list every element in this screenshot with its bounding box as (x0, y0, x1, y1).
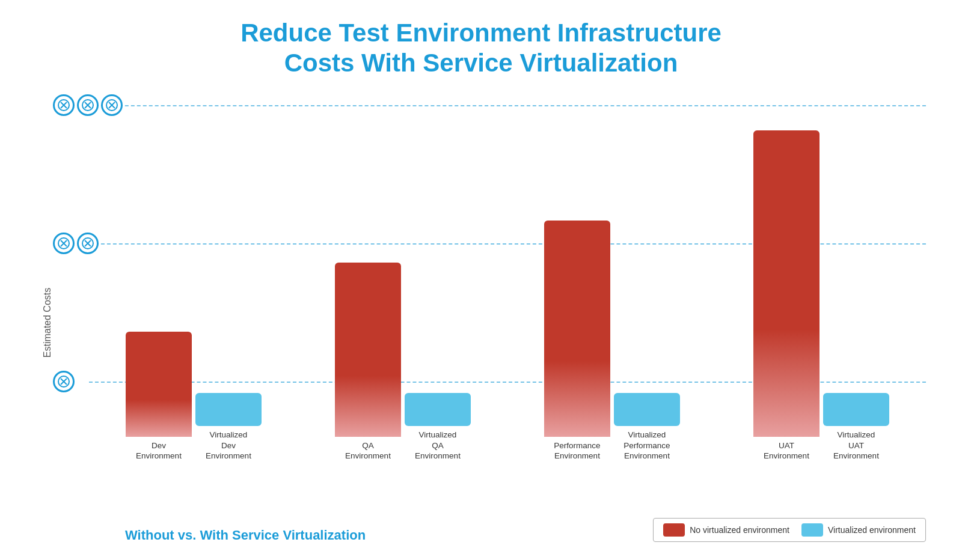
bar-group-uat: UATEnvironment VirtualizedUATEnvironment (753, 130, 889, 461)
bar-label-qa-red: QAEnvironment (335, 440, 401, 461)
bar-qa-red (335, 263, 401, 437)
cost-icon-mid-1 (53, 233, 75, 254)
bar-group-performance: PerformanceEnvironment VirtualizedPerfor… (544, 221, 680, 461)
cost-icons-bottom (53, 371, 75, 392)
bar-dev-blue (195, 393, 262, 426)
bar-label-perf-blue: VirtualizedPerformanceEnvironment (614, 430, 680, 461)
bar-uat-red (753, 130, 820, 437)
bar-group-dev: DevEnvironment VirtualizedDevEnvironment (126, 332, 262, 461)
bar-label-uat-blue: VirtualizedUATEnvironment (823, 430, 889, 461)
bar-perf-red (544, 221, 610, 437)
bar-wrapper-qa-blue: VirtualizedQAEnvironment (405, 393, 471, 461)
bar-label-dev-red: DevEnvironment (126, 440, 192, 461)
bar-wrapper-uat-blue: VirtualizedUATEnvironment (823, 393, 889, 461)
page-title: Reduce Test Environment Infrastructure C… (240, 18, 721, 79)
bars-container: DevEnvironment VirtualizedDevEnvironment… (89, 97, 926, 516)
chart-area: Estimated Costs (36, 97, 926, 548)
bar-label-perf-red: PerformanceEnvironment (544, 440, 610, 461)
chart-content: DevEnvironment VirtualizedDevEnvironment… (53, 97, 926, 548)
legend-label-blue: Virtualized environment (828, 525, 916, 535)
bar-wrapper-perf-red: PerformanceEnvironment (544, 221, 610, 461)
bar-wrapper-qa-red: QAEnvironment (335, 263, 401, 461)
bar-qa-blue (405, 393, 471, 426)
bar-uat-blue (823, 393, 889, 426)
legend-item-blue: Virtualized environment (801, 523, 916, 537)
bar-label-qa-blue: VirtualizedQAEnvironment (405, 430, 471, 461)
bar-label-dev-blue: VirtualizedDevEnvironment (195, 430, 262, 461)
legend-swatch-red (663, 523, 685, 537)
bottom-row: Without vs. With Service Virtualization … (53, 518, 926, 548)
bar-wrapper-uat-red: UATEnvironment (753, 130, 820, 461)
bar-wrapper-dev-red: DevEnvironment (126, 332, 192, 461)
cost-icon-bottom-1 (53, 371, 75, 392)
legend-swatch-blue (801, 523, 823, 537)
legend: No virtualized environment Virtualized e… (653, 518, 926, 542)
bar-dev-red (126, 332, 192, 437)
legend-label-red: No virtualized environment (690, 525, 789, 535)
subtitle: Without vs. With Service Virtualization (89, 528, 366, 543)
chart-inner: DevEnvironment VirtualizedDevEnvironment… (53, 97, 926, 516)
bar-wrapper-dev-blue: VirtualizedDevEnvironment (195, 393, 262, 461)
legend-item-red: No virtualized environment (663, 523, 789, 537)
bar-label-uat-red: UATEnvironment (753, 440, 820, 461)
cost-icon-1 (53, 94, 75, 116)
bar-wrapper-perf-blue: VirtualizedPerformanceEnvironment (614, 393, 680, 461)
y-axis-label: Estimated Costs (36, 97, 53, 548)
bar-group-qa: QAEnvironment VirtualizedQAEnvironment (335, 263, 471, 461)
bar-perf-blue (614, 393, 680, 426)
